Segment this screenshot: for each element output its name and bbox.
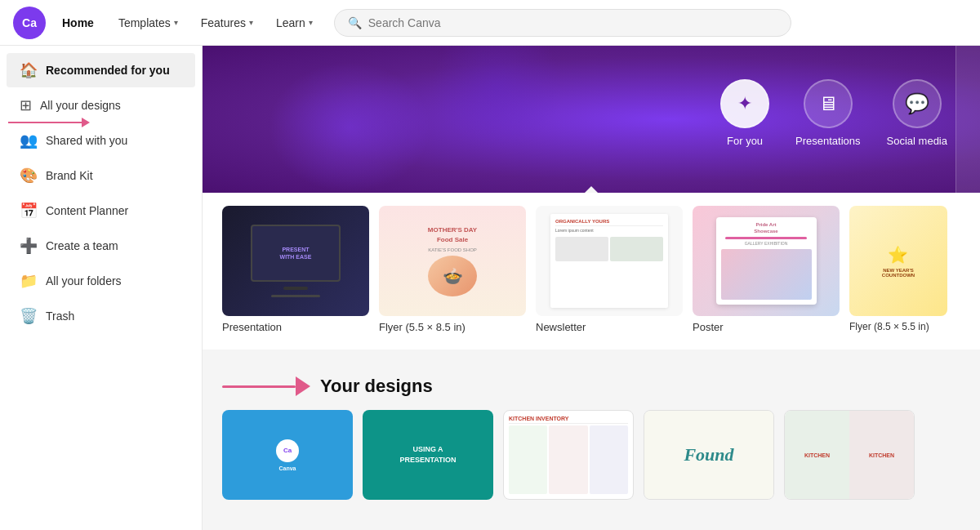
canva-logo-small: Ca xyxy=(276,439,299,462)
canva-label: Canva xyxy=(278,465,296,471)
sidebar-item-create-team[interactable]: ➕ Create a team xyxy=(7,229,195,263)
banner-indicator xyxy=(585,186,598,193)
sidebar-item-trash[interactable]: 🗑️ Trash xyxy=(7,299,195,333)
sidebar-item-content-planner[interactable]: 📅 Content Planner xyxy=(7,194,195,228)
found-text: Found xyxy=(684,444,733,465)
design-card[interactable]: KITCHEN KITCHEN xyxy=(784,410,915,500)
canva-logo[interactable]: Ca xyxy=(13,7,46,39)
design-card[interactable]: Found xyxy=(644,410,774,500)
laptop-stand xyxy=(271,295,320,297)
newsletter-heading: ORGANICALLY YOURS xyxy=(555,219,663,226)
banner-edge-card xyxy=(956,46,980,193)
inv-col-2 xyxy=(549,425,587,494)
design-thumb-2: USING APRESENTATION xyxy=(363,410,493,500)
flyer-thumb-content: MOTHER'S DAYFood Sale KATIE'S FOOD SHOP … xyxy=(379,206,526,316)
sparkle-icon: ✦ xyxy=(737,93,752,114)
template-thumb: PRESENTWITH EASE xyxy=(222,206,369,316)
nav-home[interactable]: Home xyxy=(52,11,104,34)
inventory-grid xyxy=(509,425,628,494)
template-thumb: MOTHER'S DAYFood Sale KATIE'S FOOD SHOP … xyxy=(379,206,526,316)
social-icon-circle: 💬 xyxy=(893,79,942,128)
banner-icon-for-you[interactable]: ✦ For you xyxy=(720,79,769,147)
flyer2-thumb-content: ⭐ NEW YEAR'SCOUNTDOWN xyxy=(849,206,947,316)
newsletter-lines xyxy=(555,237,663,261)
chevron-down-icon: ▾ xyxy=(249,18,253,27)
sidebar-item-label: Recommended for you xyxy=(46,64,170,77)
nav-features[interactable]: Features ▾ xyxy=(193,11,261,34)
banner: ✦ For you 🖥 Presentations 💬 Social media xyxy=(203,46,980,193)
sidebar-item-label: Trash xyxy=(46,310,74,323)
kitchen-left: KITCHEN xyxy=(785,411,849,499)
design-card[interactable]: KITCHEN INVENTORY xyxy=(503,410,634,500)
design-card[interactable]: USING APRESENTATION xyxy=(363,410,493,500)
banner-icon-social[interactable]: 💬 Social media xyxy=(887,79,947,147)
sidebar-item-brand-kit[interactable]: 🎨 Brand Kit xyxy=(7,158,195,193)
designs-section: Your designs Ca Canva USING APRESENTATI xyxy=(203,363,980,513)
flyer2-content: ⭐ NEW YEAR'SCOUNTDOWN xyxy=(882,245,915,278)
flyer-title-text: MOTHER'S DAYFood Sale xyxy=(428,225,477,243)
newsletter-col-2 xyxy=(610,237,663,261)
poster-thumb-content: Pride ArtShowcase GALLERY EXHIBITION xyxy=(693,206,840,316)
newsletter-paper: ORGANICALLY YOURS Lorem ipsum content xyxy=(550,214,668,308)
template-thumb: ⭐ NEW YEAR'SCOUNTDOWN xyxy=(849,206,947,316)
sidebar-item-label: All your designs xyxy=(40,99,121,112)
presentations-label: Presentations xyxy=(795,135,861,147)
designs-title: Your designs xyxy=(320,376,433,397)
canva-brand: Ca Canva xyxy=(276,439,299,471)
design-text-3: KITCHEN INVENTORY xyxy=(509,416,628,424)
template-thumb: ORGANICALLY YOURS Lorem ipsum content xyxy=(536,206,683,316)
app-header: Ca Home Templates ▾ Features ▾ Learn ▾ 🔍 xyxy=(0,0,980,46)
template-label: Flyer (5.5 × 8.5 in) xyxy=(379,321,526,333)
sidebar-item-recommended[interactable]: 🏠 Recommended for you xyxy=(7,53,195,87)
sidebar-item-all-folders[interactable]: 📁 All your folders xyxy=(7,264,195,298)
design-thumb-4: Found xyxy=(644,411,773,499)
trash-icon: 🗑️ xyxy=(20,307,38,325)
poster-line xyxy=(725,237,807,239)
template-card-poster[interactable]: Pride ArtShowcase GALLERY EXHIBITION Pos… xyxy=(693,206,840,333)
laptop-screen: PRESENTWITH EASE xyxy=(251,225,341,282)
presentation-thumb-content: PRESENTWITH EASE xyxy=(222,206,369,316)
poster-paper: Pride ArtShowcase GALLERY EXHIBITION xyxy=(716,217,817,305)
nav-templates-label: Templates xyxy=(118,16,171,29)
newsletter-thumb-content: ORGANICALLY YOURS Lorem ipsum content xyxy=(536,206,683,316)
section-header: Your designs xyxy=(222,376,960,397)
for-you-icon-circle: ✦ xyxy=(720,79,769,128)
sidebar-item-label: Create a team xyxy=(46,239,118,252)
template-card-newsletter[interactable]: ORGANICALLY YOURS Lorem ipsum content Ne… xyxy=(536,206,683,333)
template-card-flyer2[interactable]: ⭐ NEW YEAR'SCOUNTDOWN Flyer (8.5 × 5.5 i… xyxy=(849,206,947,333)
banner-icon-presentations[interactable]: 🖥 Presentations xyxy=(795,79,861,147)
design-card[interactable]: Ca Canva xyxy=(222,410,353,500)
inv-col-3 xyxy=(590,425,628,494)
social-label: Social media xyxy=(887,135,947,147)
flyer-image: 🍲 xyxy=(428,256,477,296)
template-section: PRESENTWITH EASE Presentation MOTH xyxy=(203,193,980,350)
sidebar-item-label: Brand Kit xyxy=(46,169,93,182)
main-layout: 🏠 Recommended for you ⊞ All your designs… xyxy=(0,0,980,530)
flyer-subtitle: KATIE'S FOOD SHOP xyxy=(428,247,477,252)
star-icon: ⭐ xyxy=(888,245,908,265)
design-thumb-3: KITCHEN INVENTORY xyxy=(504,411,633,499)
nav-learn[interactable]: Learn ▾ xyxy=(268,11,321,34)
poster-text: Pride ArtShowcase xyxy=(754,222,777,235)
brand-icon: 🎨 xyxy=(20,167,38,185)
template-label: Flyer (8.5 × 5.5 in) xyxy=(849,321,947,332)
arrow-line xyxy=(222,385,296,388)
sidebar-item-all-designs[interactable]: ⊞ All your designs xyxy=(7,88,195,122)
section-arrow-container xyxy=(222,376,310,396)
template-card-flyer[interactable]: MOTHER'S DAYFood Sale KATIE'S FOOD SHOP … xyxy=(379,206,526,333)
search-icon: 🔍 xyxy=(348,16,362,29)
social-media-icon: 💬 xyxy=(905,92,929,115)
template-card-presentation[interactable]: PRESENTWITH EASE Presentation xyxy=(222,206,369,333)
search-input[interactable] xyxy=(368,16,777,29)
nav-templates[interactable]: Templates ▾ xyxy=(110,11,186,34)
search-bar[interactable]: 🔍 xyxy=(334,9,791,37)
sidebar-item-shared[interactable]: 👥 Shared with you xyxy=(7,123,195,158)
sidebar-item-label: Content Planner xyxy=(46,204,128,217)
designs-grid: Ca Canva USING APRESENTATION KITCHEN INV… xyxy=(222,410,960,500)
sidebar-item-label: All your folders xyxy=(46,274,122,287)
template-grid: PRESENTWITH EASE Presentation MOTH xyxy=(222,206,960,333)
main-content: ✦ For you 🖥 Presentations 💬 Social media xyxy=(203,46,980,530)
sidebar-item-label: Shared with you xyxy=(46,134,127,147)
for-you-label: For you xyxy=(727,135,763,147)
nav-features-label: Features xyxy=(201,16,246,29)
